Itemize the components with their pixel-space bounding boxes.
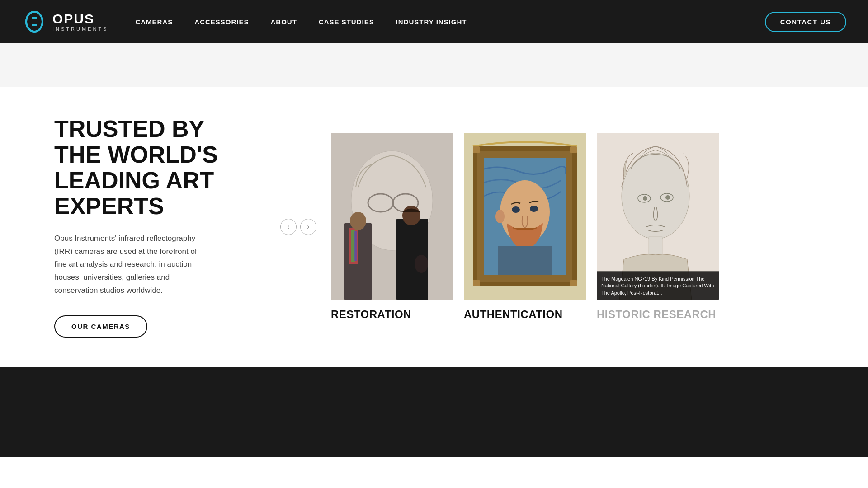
card-label-authentication: AUTHENTICATION	[464, 308, 586, 321]
nav-links: CAMERAS ACCESSORIES ABOUT CASE STUDIES I…	[135, 18, 467, 26]
logo-name: OPUS	[52, 12, 108, 26]
card-caption-historic: The Magdalen NG719 By Kind Permission Th…	[597, 272, 719, 300]
logo[interactable]: OPUS INSTRUMENTS	[22, 9, 108, 34]
hero-band	[0, 43, 868, 87]
card-authentication: AUTHENTICATION	[464, 133, 586, 321]
navbar-left: OPUS INSTRUMENTS CAMERAS ACCESSORIES ABO…	[22, 9, 467, 34]
carousel-area: ‹ ›	[280, 133, 832, 321]
svg-rect-29	[570, 146, 577, 153]
our-cameras-button[interactable]: OUR CAMERAS	[54, 315, 147, 338]
nav-cameras[interactable]: CAMERAS	[135, 18, 173, 26]
card-label-restoration: RESTORATION	[331, 308, 453, 321]
svg-point-26	[495, 210, 505, 223]
card-image-historic: The Magdalen NG719 By Kind Permission Th…	[597, 133, 719, 300]
card-historic: The Magdalen NG719 By Kind Permission Th…	[597, 133, 719, 321]
nav-accessories[interactable]: ACCESSORIES	[194, 18, 249, 26]
svg-rect-2	[33, 12, 36, 32]
navbar: OPUS INSTRUMENTS CAMERAS ACCESSORIES ABO…	[0, 0, 868, 43]
card-image-restoration	[331, 133, 453, 300]
nav-industry-insight[interactable]: INDUSTRY INSIGHT	[396, 18, 467, 26]
prev-arrow[interactable]: ‹	[280, 219, 297, 235]
logo-sub: INSTRUMENTS	[52, 27, 108, 32]
logo-icon	[22, 9, 47, 34]
nav-about[interactable]: ABOUT	[271, 18, 297, 26]
cards-container: RESTORATION	[331, 133, 832, 321]
card-restoration: RESTORATION	[331, 133, 453, 321]
svg-point-36	[643, 196, 647, 201]
hero-description: Opus Instruments' infrared reflectograph…	[54, 232, 208, 297]
main-section: TRUSTED BY THE WORLD'S LEADING ART EXPER…	[0, 87, 868, 367]
restoration-svg	[331, 133, 453, 300]
authentication-svg	[464, 133, 586, 300]
carousel-nav: ‹ ›	[280, 219, 316, 235]
card-image-authentication	[464, 133, 586, 300]
svg-rect-28	[473, 146, 480, 153]
left-panel: TRUSTED BY THE WORLD'S LEADING ART EXPER…	[54, 116, 244, 338]
logo-text: OPUS INSTRUMENTS	[52, 12, 108, 32]
svg-rect-27	[498, 246, 552, 275]
svg-rect-5	[32, 24, 37, 26]
svg-rect-31	[570, 280, 577, 286]
nav-case-studies[interactable]: CASE STUDIES	[319, 18, 374, 26]
svg-point-15	[350, 212, 366, 230]
svg-point-25	[530, 206, 538, 212]
svg-point-37	[665, 195, 670, 200]
hero-title: TRUSTED BY THE WORLD'S LEADING ART EXPER…	[54, 116, 244, 220]
svg-rect-30	[473, 280, 480, 286]
svg-point-18	[415, 255, 428, 273]
card-label-historic: HISTORIC RESEARCH	[597, 308, 719, 321]
contact-us-button[interactable]: CONTACT US	[765, 12, 846, 32]
svg-rect-4	[32, 17, 37, 19]
svg-rect-14	[354, 231, 357, 261]
svg-point-33	[622, 153, 689, 239]
svg-point-24	[512, 206, 520, 213]
footer-dark	[0, 367, 868, 457]
next-arrow[interactable]: ›	[300, 219, 316, 235]
